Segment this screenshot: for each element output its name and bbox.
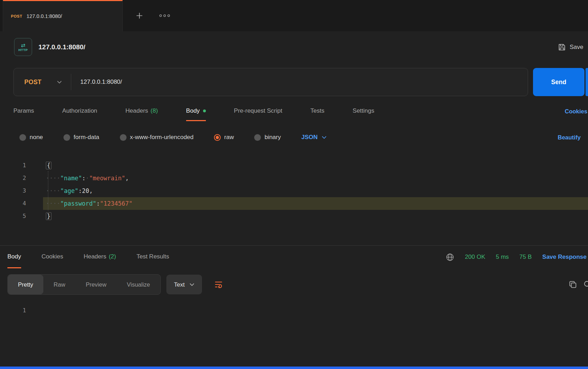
code-line: ····"age":20, xyxy=(43,184,588,197)
radio-icon xyxy=(63,134,70,141)
chevron-down-icon xyxy=(190,283,194,286)
radio-icon xyxy=(19,134,26,141)
response-tab-test-results[interactable]: Test Results xyxy=(136,246,169,268)
method-dropdown[interactable]: POST xyxy=(14,68,71,96)
request-tabs: Params Authorization Headers (8) Body Pr… xyxy=(0,101,588,121)
response-tab-body[interactable]: Body xyxy=(7,246,21,268)
editor-code-area[interactable]: { ····"name":·"meowrain", ····"age":20, … xyxy=(43,159,588,228)
radio-selected-icon xyxy=(214,134,221,141)
radio-x-www-form-urlencoded[interactable]: x-www-form-urlencoded xyxy=(120,134,194,141)
cookies-link[interactable]: Cookies xyxy=(565,108,587,115)
method-label: POST xyxy=(24,79,42,86)
response-actions xyxy=(568,280,588,289)
request-tab-bar: POST 127.0.0.1:8080/ xyxy=(0,0,588,31)
search-icon xyxy=(583,280,588,289)
code-line: { xyxy=(43,159,588,172)
body-type-options: none form-data x-www-form-urlencoded raw… xyxy=(0,121,588,154)
view-raw-button[interactable]: Raw xyxy=(43,275,75,294)
tab-headers[interactable]: Headers (8) xyxy=(125,101,158,121)
url-input[interactable]: 127.0.0.1:8080/ xyxy=(71,79,528,86)
response-tabs: Body Cookies Headers (2) Test Results 20… xyxy=(0,246,588,268)
response-time: 5 ms xyxy=(496,254,509,261)
response-format-dropdown[interactable]: Text xyxy=(166,275,202,294)
code-line: } xyxy=(43,210,588,223)
wrap-text-button[interactable] xyxy=(208,275,229,294)
editor-line-numbers: 1 2 3 4 5 xyxy=(0,159,32,228)
status-code: 200 OK xyxy=(465,254,485,261)
window-focus-bar-bottom xyxy=(0,367,588,369)
send-button[interactable]: Send xyxy=(533,68,584,96)
request-title: 127.0.0.1:8080/ xyxy=(38,43,85,51)
request-url-row: POST 127.0.0.1:8080/ Send xyxy=(0,63,588,101)
tab-options-button[interactable] xyxy=(157,8,173,23)
chevron-down-icon xyxy=(57,81,62,84)
wrap-text-icon xyxy=(214,280,223,289)
view-pretty-button[interactable]: Pretty xyxy=(8,275,43,294)
save-label: Save xyxy=(570,44,583,51)
save-icon xyxy=(558,43,566,51)
network-info-icon[interactable] xyxy=(446,253,454,262)
radio-icon xyxy=(254,134,261,141)
response-body-viewer[interactable]: 1 xyxy=(0,301,588,317)
response-toolbar: Pretty Raw Preview Visualize Text xyxy=(0,268,588,301)
more-options-icon xyxy=(159,14,170,17)
code-line-highlighted: ····"password":"1234567" xyxy=(43,197,588,210)
indent-guide xyxy=(48,171,48,211)
http-protocol-icon: ⇄ HTTP xyxy=(14,38,32,56)
tab-tests[interactable]: Tests xyxy=(311,101,325,121)
tab-body[interactable]: Body xyxy=(186,101,206,121)
view-visualize-button[interactable]: Visualize xyxy=(117,275,160,294)
headers-count-badge: (8) xyxy=(151,107,158,114)
url-bar: POST 127.0.0.1:8080/ xyxy=(13,68,528,96)
tab-params[interactable]: Params xyxy=(13,101,34,121)
view-preview-button[interactable]: Preview xyxy=(75,275,117,294)
radio-icon xyxy=(120,134,127,141)
plus-icon xyxy=(136,12,143,19)
content-type-dropdown[interactable]: JSON xyxy=(301,134,326,141)
response-headers-count-badge: (2) xyxy=(109,253,116,260)
chevron-down-icon xyxy=(322,136,326,139)
postman-window: POST 127.0.0.1:8080/ ⇄ HTTP 127.0.0.1:80… xyxy=(0,0,588,369)
request-header: ⇄ HTTP 127.0.0.1:8080/ Save xyxy=(0,31,588,63)
radio-none[interactable]: none xyxy=(19,134,43,141)
tab-pre-request-script[interactable]: Pre-request Script xyxy=(234,101,282,121)
request-body-editor[interactable]: 1 2 3 4 5 { ····"name":·"meowrain", ····… xyxy=(0,154,588,228)
tab-method-label: POST xyxy=(11,14,22,18)
request-tab-active[interactable]: POST 127.0.0.1:8080/ xyxy=(3,0,123,31)
search-response-button[interactable] xyxy=(583,280,588,289)
response-view-switcher: Pretty Raw Preview Visualize xyxy=(7,274,161,295)
tab-authorization[interactable]: Authorization xyxy=(62,101,97,121)
response-line-numbers: 1 xyxy=(0,304,32,317)
copy-icon xyxy=(568,280,577,289)
send-options-button[interactable] xyxy=(586,68,588,96)
radio-raw[interactable]: raw xyxy=(214,134,234,141)
response-tab-cookies[interactable]: Cookies xyxy=(42,246,63,268)
save-response-button[interactable]: Save Response xyxy=(542,254,587,261)
code-line: ····"name":·"meowrain", xyxy=(43,172,588,184)
response-size: 75 B xyxy=(519,254,532,261)
response-tab-headers[interactable]: Headers (2) xyxy=(84,246,116,268)
tab-url-label: 127.0.0.1:8080/ xyxy=(26,13,62,19)
beautify-link[interactable]: Beautify xyxy=(558,134,581,141)
new-tab-button[interactable] xyxy=(132,8,147,23)
http-arrows-icon: ⇄ xyxy=(21,43,25,48)
response-section: Body Cookies Headers (2) Test Results 20… xyxy=(0,245,588,317)
body-modified-dot xyxy=(203,110,206,112)
radio-form-data[interactable]: form-data xyxy=(63,134,99,141)
response-meta: 200 OK 5 ms 75 B Save Response xyxy=(446,246,587,268)
save-button[interactable]: Save xyxy=(558,43,583,51)
copy-response-button[interactable] xyxy=(568,280,577,289)
tab-settings[interactable]: Settings xyxy=(353,101,374,121)
radio-binary[interactable]: binary xyxy=(254,134,281,141)
